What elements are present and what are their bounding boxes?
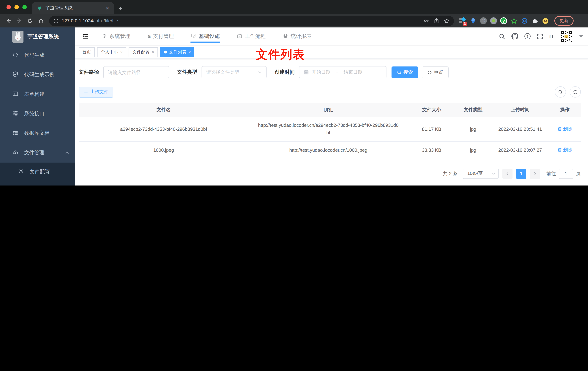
password-key-icon[interactable] bbox=[424, 18, 429, 23]
goto-page-input[interactable] bbox=[559, 169, 573, 179]
next-page-icon[interactable] bbox=[530, 169, 540, 179]
sidebar-item-form-builder[interactable]: 表单构建 bbox=[0, 85, 75, 104]
font-size-icon[interactable]: tT bbox=[549, 33, 554, 39]
table-header-row: 文件名 URL 文件大小 文件类型 上传时间 操作 bbox=[79, 103, 581, 117]
tag-file-list[interactable]: 文件列表 × bbox=[160, 47, 195, 57]
top-nav-workflow[interactable]: 工作流程 bbox=[236, 28, 266, 45]
close-icon[interactable]: × bbox=[152, 50, 154, 54]
screen: 芋道管理系统 ✕ + 127.0.0.1:1024/infra/file/fil… bbox=[0, 0, 588, 186]
sidebar-submenu-file: 文件配置 文件列表 bbox=[0, 163, 75, 186]
file-path-field[interactable] bbox=[108, 70, 164, 75]
app-logo[interactable]: 芋道管理系统 bbox=[0, 27, 75, 45]
share-icon[interactable] bbox=[434, 18, 439, 23]
github-icon[interactable] bbox=[511, 33, 518, 40]
table-row: 1000.jpeg http://test.yudao.iocoder.cn/1… bbox=[79, 141, 581, 159]
eye-extension-icon[interactable] bbox=[521, 17, 528, 24]
active-dot bbox=[164, 51, 167, 53]
browser-menu-icon[interactable]: ⋮ bbox=[578, 18, 584, 24]
show-search-icon[interactable] bbox=[555, 86, 566, 97]
trash-icon bbox=[557, 127, 562, 131]
top-nav-reports[interactable]: 统计报表 bbox=[282, 28, 312, 45]
sidebar-item-file-management[interactable]: 文件管理 bbox=[0, 143, 75, 163]
zoom-window-button[interactable] bbox=[22, 5, 27, 9]
file-path-label: 文件路径 bbox=[79, 69, 99, 75]
sidebar-item-code-example[interactable]: 代码生成示例 bbox=[0, 65, 75, 85]
refresh-table-icon[interactable] bbox=[570, 86, 581, 97]
chevron-down-icon bbox=[492, 172, 495, 176]
sidebar-item-code-generation[interactable]: 代码生成 bbox=[0, 45, 75, 65]
trash-icon bbox=[557, 147, 562, 152]
file-type-select[interactable]: 请选择文件类型 bbox=[201, 66, 267, 78]
cell-url: http://test.yudao.iocoder.cn/1000.jpeg bbox=[249, 141, 408, 159]
bookmark-star-icon[interactable] bbox=[444, 18, 450, 24]
pagination-total: 共 2 条 bbox=[443, 170, 458, 177]
delete-button[interactable]: 删除 bbox=[557, 125, 572, 133]
header-actions: ? tT bbox=[499, 30, 583, 42]
pinned-extension-icon[interactable]: 11 bbox=[459, 17, 466, 24]
top-nav-payment[interactable]: ¥ 支付管理 bbox=[147, 28, 175, 45]
minimize-window-button[interactable] bbox=[14, 5, 19, 9]
rabbit-avatar bbox=[12, 31, 23, 42]
file-path-input[interactable] bbox=[103, 66, 169, 78]
tag-file-config[interactable]: 文件配置 × bbox=[129, 47, 158, 57]
reload-icon[interactable] bbox=[25, 16, 35, 25]
help-icon[interactable]: ? bbox=[525, 33, 531, 39]
sidebar-item-file-list[interactable]: 文件列表 bbox=[0, 181, 75, 186]
favicon-plant-icon bbox=[37, 5, 42, 11]
browser-tab[interactable]: 芋道管理系统 ✕ bbox=[32, 2, 114, 14]
browser-tab-bar: 芋道管理系统 ✕ + bbox=[0, 0, 588, 14]
extensions-area: 11 ⌘ y 更新 ⋮ bbox=[459, 16, 584, 26]
forward-icon[interactable] bbox=[14, 16, 24, 25]
new-tab-button[interactable]: + bbox=[118, 5, 122, 12]
briefcase-icon bbox=[237, 33, 242, 40]
search-button[interactable]: 搜索 bbox=[391, 66, 418, 78]
gem-extension-icon[interactable] bbox=[470, 17, 477, 24]
puzzle-extensions-icon[interactable] bbox=[531, 17, 538, 24]
window-controls bbox=[7, 5, 27, 9]
command-extension-icon[interactable]: ⌘ bbox=[480, 17, 487, 24]
star-extension-icon[interactable] bbox=[510, 17, 518, 24]
close-icon[interactable]: × bbox=[189, 50, 191, 54]
fullscreen-icon[interactable] bbox=[537, 33, 543, 40]
page-number-1[interactable]: 1 bbox=[516, 169, 526, 179]
main-area: 系统管理 ¥ 支付管理 基础设施 工作流程 bbox=[75, 27, 588, 186]
site-info-icon[interactable] bbox=[53, 18, 59, 23]
y-logo-extension-icon[interactable]: y bbox=[500, 17, 507, 24]
tag-home[interactable]: 首页 bbox=[79, 47, 95, 57]
sidebar-item-system-api[interactable]: 系统接口 bbox=[0, 104, 75, 124]
sidebar: 芋道管理系统 代码生成 代码生成示例 表单构建 系统接口 数据库文档 bbox=[0, 27, 75, 186]
user-avatar[interactable] bbox=[560, 30, 572, 42]
col-upload-time: 上传时间 bbox=[491, 103, 549, 117]
prev-page-icon[interactable] bbox=[502, 169, 513, 179]
upload-file-button[interactable]: 上传文件 bbox=[79, 86, 113, 97]
browser-update-button[interactable]: 更新 bbox=[554, 16, 574, 26]
top-nav-infrastructure[interactable]: 基础设施 bbox=[190, 28, 220, 45]
sidebar-item-file-config[interactable]: 文件配置 bbox=[0, 163, 75, 181]
close-icon[interactable]: × bbox=[120, 50, 123, 54]
extension-badge: 11 bbox=[462, 22, 467, 25]
content: 文件路径 文件类型 请选择文件类型 创建时间 开始日期 - 结束日期 bbox=[75, 59, 588, 186]
recorder-extension-icon[interactable] bbox=[490, 17, 497, 24]
tab-close-icon[interactable]: ✕ bbox=[104, 5, 111, 11]
date-range-input[interactable]: 开始日期 - 结束日期 bbox=[299, 66, 387, 78]
search-icon[interactable] bbox=[499, 33, 505, 40]
address-bar[interactable]: 127.0.0.1:1024/infra/file/file bbox=[49, 16, 454, 26]
calendar-icon bbox=[304, 70, 309, 75]
collapse-sidebar-icon[interactable] bbox=[79, 30, 92, 43]
tags-bar: 首页 个人中心 × 文件配置 × 文件列表 × 文件列表 bbox=[75, 45, 588, 59]
page-size-select[interactable]: 10条/页 bbox=[463, 169, 499, 179]
sidebar-item-db-doc[interactable]: 数据库文档 bbox=[0, 124, 75, 143]
home-icon[interactable] bbox=[36, 16, 45, 25]
emoji-extension-icon[interactable] bbox=[542, 17, 549, 24]
tag-profile[interactable]: 个人中心 × bbox=[97, 47, 126, 57]
top-nav-system[interactable]: 系统管理 bbox=[101, 28, 131, 45]
reset-button[interactable]: 重置 bbox=[422, 66, 449, 78]
delete-button[interactable]: 删除 bbox=[557, 146, 572, 154]
code-icon bbox=[12, 52, 18, 59]
create-time-label: 创建时间 bbox=[274, 69, 295, 75]
back-icon[interactable] bbox=[4, 16, 13, 25]
avatar-caret-icon[interactable] bbox=[579, 35, 583, 37]
close-window-button[interactable] bbox=[7, 5, 11, 9]
table-toolbar: 上传文件 bbox=[79, 86, 581, 97]
red-annotation: 文件列表 bbox=[256, 47, 305, 63]
